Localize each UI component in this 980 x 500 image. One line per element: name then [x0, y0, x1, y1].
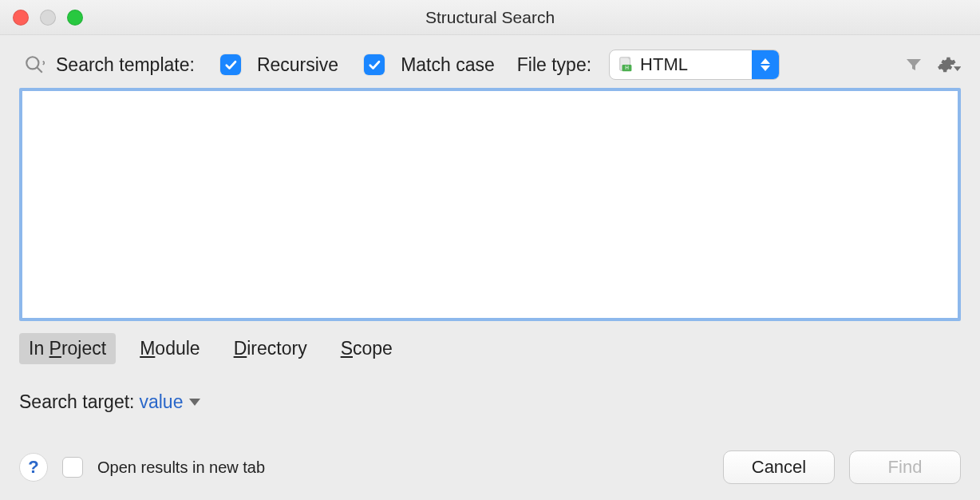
- minimize-window-button[interactable]: [40, 10, 56, 26]
- close-window-button[interactable]: [13, 10, 29, 26]
- window-title: Structural Search: [0, 8, 980, 27]
- match-case-checkbox[interactable]: [364, 54, 385, 75]
- search-target-row: Search target: value: [0, 364, 980, 413]
- search-target-label: Search target:: [19, 391, 134, 413]
- open-in-new-tab-label: Open results in new tab: [97, 458, 265, 477]
- svg-marker-6: [954, 66, 961, 71]
- search-template-label: Search template:: [56, 54, 195, 76]
- file-type-label: File type:: [517, 54, 591, 76]
- filter-icon[interactable]: [902, 53, 926, 77]
- search-template-editor[interactable]: [19, 88, 961, 321]
- recursive-checkbox[interactable]: [220, 54, 241, 75]
- find-button[interactable]: Find: [849, 450, 961, 484]
- chevron-down-icon: [189, 399, 200, 406]
- help-button[interactable]: ?: [19, 453, 48, 482]
- recursive-label: Recursive: [257, 54, 338, 76]
- search-icon[interactable]: [24, 54, 45, 75]
- search-target-dropdown[interactable]: value: [139, 391, 200, 413]
- svg-point-0: [26, 57, 38, 69]
- tab-in-project[interactable]: In Project: [19, 333, 116, 364]
- tab-module[interactable]: Module: [130, 333, 209, 364]
- html-file-icon: H: [610, 56, 640, 73]
- tab-directory[interactable]: Directory: [224, 333, 317, 364]
- svg-text:H: H: [625, 65, 629, 70]
- zoom-window-button[interactable]: [67, 10, 83, 26]
- scope-tabs: In Project Module Directory Scope: [0, 330, 980, 364]
- tab-scope[interactable]: Scope: [331, 333, 402, 364]
- template-editor-wrap: [0, 83, 980, 330]
- window-controls: [13, 0, 83, 35]
- file-type-value: HTML: [640, 54, 752, 75]
- open-in-new-tab-checkbox[interactable]: [62, 457, 83, 478]
- search-toolbar: Search template: Recursive Match case Fi…: [0, 35, 980, 83]
- dialog-footer: ? Open results in new tab Cancel Find: [0, 439, 980, 500]
- file-type-select[interactable]: H HTML: [609, 50, 780, 80]
- search-target-value: value: [139, 391, 183, 413]
- gear-icon[interactable]: [937, 53, 961, 77]
- chevron-up-down-icon: [752, 50, 779, 79]
- match-case-label: Match case: [401, 54, 495, 76]
- title-bar: Structural Search: [0, 0, 980, 35]
- cancel-button[interactable]: Cancel: [723, 450, 835, 484]
- svg-line-1: [37, 67, 42, 73]
